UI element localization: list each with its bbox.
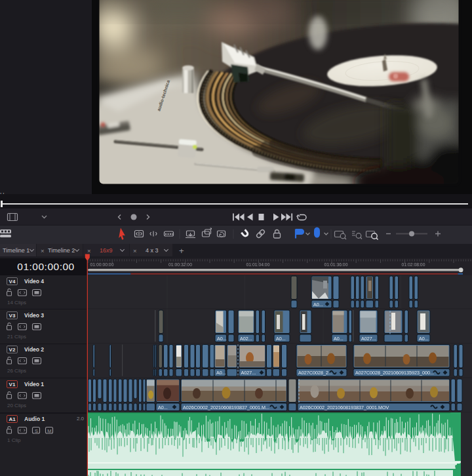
svg-text:01:01:04:00: 01:01:04:00 (246, 262, 270, 267)
svg-text:A0...: A0... (217, 336, 227, 342)
svg-text:A027...: A027... (361, 336, 376, 342)
svg-text:01:00:00:00: 01:00:00:00 (90, 262, 114, 267)
svg-text:A0...: A0... (216, 370, 226, 376)
svg-text:01:00:32:00: 01:00:32:00 (168, 262, 192, 267)
svg-text:A027C0028_2...: A027C0028_2... (298, 370, 332, 376)
svg-text:A026C0002_20210608193837_0001.: A026C0002_20210608193837_0001.M... (183, 405, 269, 410)
svg-text:01:02:08:00: 01:02:08:00 (402, 262, 425, 267)
svg-text:A0...: A0... (334, 336, 344, 342)
svg-text:A0...: A0... (313, 302, 323, 307)
svg-text:A0...: A0... (158, 405, 168, 410)
svg-text:A0...: A0... (419, 336, 429, 342)
svg-text:A02...: A02... (240, 336, 252, 342)
svg-text:A027...: A027... (241, 370, 256, 376)
svg-text:A026C0002_20210608193837_0001.: A026C0002_20210608193837_0001.MOV (300, 405, 389, 410)
svg-text:A0...: A0... (276, 336, 286, 342)
svg-text:01:01:36:00: 01:01:36:00 (324, 262, 348, 267)
svg-text:A027C0028_20210609135923_000..: A027C0028_20210609135923_000... (355, 370, 434, 376)
